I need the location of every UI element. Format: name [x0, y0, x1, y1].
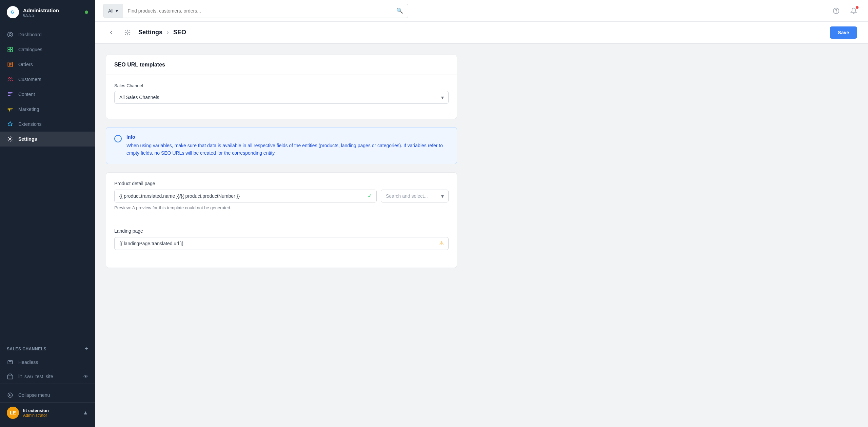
- back-button[interactable]: [106, 27, 117, 38]
- preview-label: Preview:: [114, 205, 131, 210]
- user-role: Administrator: [23, 413, 49, 418]
- save-button[interactable]: Save: [830, 26, 857, 39]
- content-icon: [7, 91, 14, 98]
- collapse-menu-item[interactable]: Collapse menu: [0, 388, 95, 402]
- possible-vars-wrapper: Search and select...: [381, 190, 449, 202]
- product-detail-input[interactable]: [114, 190, 377, 202]
- topbar: All ▾ 🔍: [95, 0, 868, 22]
- landing-page-input-wrapper: ⚠: [114, 237, 449, 250]
- collapse-icon: [7, 392, 14, 399]
- svg-rect-19: [8, 361, 13, 364]
- search-filter-button[interactable]: All ▾: [103, 4, 123, 18]
- sidebar-item-label: Customers: [18, 77, 41, 82]
- avatar: LE: [7, 407, 19, 419]
- app-logo: G: [7, 6, 19, 18]
- info-content: Info When using variables, make sure tha…: [126, 134, 449, 157]
- lit-sw6-label: lit_sw6_test_site: [18, 374, 53, 379]
- warning-icon: ⚠: [439, 240, 444, 247]
- valid-check-icon: ✓: [368, 193, 372, 199]
- sales-channel-label: Sales Channel: [114, 83, 449, 88]
- breadcrumb-sep: ›: [167, 29, 169, 36]
- user-name: lit extension: [23, 408, 49, 413]
- help-button[interactable]: [830, 5, 842, 17]
- divider: [114, 220, 449, 220]
- sidebar-item-headless[interactable]: Headless: [0, 355, 95, 369]
- sales-channel-select[interactable]: All Sales Channels Headless lit_sw6_test…: [114, 91, 449, 104]
- sidebar-item-customers[interactable]: Customers: [0, 72, 95, 87]
- svg-point-25: [127, 32, 129, 33]
- add-sales-channel-button[interactable]: +: [84, 345, 88, 352]
- search-input[interactable]: [123, 4, 392, 18]
- product-detail-group: Product detail page ✓ Search and select.…: [114, 181, 449, 210]
- sidebar-item-orders[interactable]: Orders: [0, 57, 95, 72]
- card-title: SEO URL templates: [114, 62, 449, 68]
- sales-channels-section: Sales Channels +: [0, 340, 95, 355]
- dashboard-icon: [7, 31, 14, 38]
- user-area[interactable]: LE lit extension Administrator ▲: [0, 402, 95, 423]
- search-container: All ▾ 🔍: [103, 4, 408, 18]
- main: All ▾ 🔍: [95, 0, 868, 427]
- svg-point-3: [9, 34, 11, 36]
- sidebar-item-label: Settings: [18, 136, 37, 142]
- sidebar-item-label: Catalogues: [18, 47, 42, 52]
- card-body: Sales Channel All Sales Channels Headles…: [106, 75, 457, 119]
- landing-page-group: Landing page ⚠: [114, 228, 449, 250]
- svg-text:G: G: [11, 10, 14, 15]
- info-title: Info: [126, 134, 449, 140]
- settings-gear-button[interactable]: [122, 27, 133, 38]
- extensions-icon: [7, 121, 14, 128]
- sidebar: G Administration 6.5.5.2 Dashboard: [0, 0, 95, 427]
- info-box: i Info When using variables, make sure t…: [106, 127, 457, 164]
- possible-vars-select[interactable]: Search and select...: [381, 190, 449, 202]
- sidebar-item-content[interactable]: Content: [0, 87, 95, 102]
- page-header: Settings › SEO Save: [95, 22, 868, 43]
- sidebar-item-catalogues[interactable]: Catalogues: [0, 42, 95, 57]
- search-button[interactable]: 🔍: [392, 4, 408, 18]
- user-info: lit extension Administrator: [23, 408, 49, 418]
- sidebar-item-lit-sw6[interactable]: lit_sw6_test_site 👁: [0, 369, 95, 384]
- preview-text: Preview: A preview for this template cou…: [114, 205, 449, 210]
- notification-badge: [856, 6, 859, 9]
- product-detail-input-wrapper: ✓: [114, 190, 377, 202]
- store-icon: [7, 373, 14, 380]
- template-fields-card: Product detail page ✓ Search and select.…: [106, 172, 457, 268]
- product-detail-row: ✓ Search and select...: [114, 190, 449, 202]
- orders-icon: [7, 61, 14, 68]
- sales-channel-select-wrapper: All Sales Channels Headless lit_sw6_test…: [114, 91, 449, 104]
- notification-button[interactable]: [848, 5, 860, 17]
- marketing-icon: [7, 106, 14, 113]
- sidebar-item-settings[interactable]: Settings: [0, 132, 95, 147]
- headless-icon: [7, 359, 14, 366]
- sidebar-footer: Collapse menu LE lit extension Administr…: [0, 384, 95, 427]
- template-fields-body: Product detail page ✓ Search and select.…: [106, 173, 457, 268]
- svg-rect-8: [11, 50, 13, 52]
- sidebar-item-label: Marketing: [18, 106, 39, 112]
- sidebar-item-marketing[interactable]: Marketing: [0, 102, 95, 117]
- sales-channel-group: Sales Channel All Sales Channels Headles…: [114, 83, 449, 104]
- landing-page-label: Landing page: [114, 228, 449, 234]
- info-icon: i: [114, 135, 122, 142]
- breadcrumb-seo: SEO: [173, 29, 186, 36]
- sidebar-item-label: Content: [18, 92, 35, 97]
- card-header: SEO URL templates: [106, 55, 457, 75]
- sidebar-item-label: Dashboard: [18, 32, 42, 37]
- search-filter-label: All: [108, 8, 114, 14]
- sidebar-item-dashboard[interactable]: Dashboard: [0, 27, 95, 42]
- sidebar-nav: Dashboard Catalogues: [0, 24, 95, 340]
- content-area: Settings › SEO Save SEO URL templates Sa…: [95, 22, 868, 427]
- svg-rect-15: [8, 92, 13, 93]
- sidebar-item-extensions[interactable]: Extensions: [0, 117, 95, 132]
- app-version: 6.5.5.2: [23, 13, 81, 17]
- svg-point-24: [836, 12, 836, 13]
- app-name: Administration: [23, 7, 81, 13]
- app-title-group: Administration 6.5.5.2: [23, 7, 81, 17]
- product-detail-label: Product detail page: [114, 181, 449, 186]
- landing-page-row: ⚠: [114, 237, 449, 250]
- svg-point-18: [9, 138, 11, 140]
- seo-url-templates-card: SEO URL templates Sales Channel All Sale…: [106, 55, 457, 119]
- page-header-wrapper: Settings › SEO Save: [95, 22, 868, 44]
- headless-label: Headless: [18, 360, 38, 365]
- landing-page-input[interactable]: [114, 237, 449, 250]
- settings-icon: [7, 136, 14, 142]
- sidebar-header: G Administration 6.5.5.2: [0, 0, 95, 24]
